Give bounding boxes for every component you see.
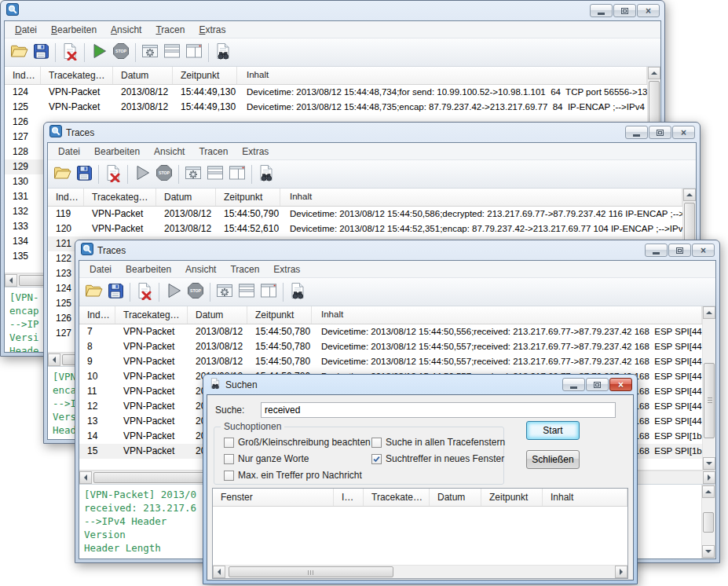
split-vertical-button[interactable] [183,42,205,64]
checkbox-max-ein-treffer-pro-nachricht[interactable]: Max. ein Treffer pro Nachricht [224,470,371,481]
maximize-button[interactable] [649,126,671,139]
open-trace-button[interactable] [82,281,104,303]
trace-row[interactable]: 119VPN-Packet2013/08/1215:44:50,790Devic… [48,207,682,222]
minimize-button[interactable] [625,126,648,139]
trace-settings-button[interactable] [182,163,204,185]
results-column-header-inhalt[interactable]: Inhalt [543,489,627,506]
scrollbar-thumb[interactable] [229,566,393,577]
close-button[interactable]: × [609,378,632,391]
close-button[interactable]: × [637,4,660,17]
minimize-button[interactable] [590,4,613,17]
results-column-header-zeitpunkt[interactable]: Zeitpunkt [481,489,543,506]
column-header-tracekategorie[interactable]: Tracekategorie [115,306,188,324]
save-trace-button[interactable] [104,281,126,303]
titlebar[interactable]: Suchen × [203,375,637,394]
search-trace-button[interactable] [287,281,309,303]
titlebar[interactable]: Traces × [75,240,719,260]
column-header-inhalt[interactable]: Inhalt [312,306,702,324]
checkbox-suchtreffer-in-neues-fenster[interactable]: Suchtreffer in neues Fenster [371,453,505,464]
results-column-header-tracekategorie[interactable]: Tracekategorie [364,489,430,506]
column-header-index[interactable]: Index [5,67,41,84]
column-header-tracekategorie[interactable]: Tracekategorie [41,67,113,84]
close-button[interactable]: × [692,244,715,257]
menu-item-datei[interactable]: Datei [82,262,119,277]
menu-item-ansicht[interactable]: Ansicht [147,145,192,159]
menu-item-ansicht[interactable]: Ansicht [104,23,148,37]
column-header-inhalt[interactable]: Inhalt [237,67,647,84]
close-dialog-button[interactable]: Schließen [526,450,580,469]
column-header-datum[interactable]: Datum [156,189,216,206]
trace-row[interactable]: 7VPN-Packet2013/08/1215:44:50,780Devicet… [79,324,702,339]
start-trace-button[interactable] [163,281,185,303]
trace-row[interactable]: 9VPN-Packet2013/08/1215:44:50,780Devicet… [79,354,702,369]
column-header-zeitpunkt[interactable]: Zeitpunkt [173,67,237,84]
search-trace-button[interactable] [212,42,234,64]
split-horizontal-button[interactable] [204,163,226,185]
scrollbar-thumb[interactable] [649,81,660,126]
column-header-inhalt[interactable]: Inhalt [280,189,682,206]
minimize-button[interactable] [562,378,585,391]
checkbox-nur-ganze-worte[interactable]: Nur ganze Worte [224,453,371,464]
menu-item-bearbeiten[interactable]: Bearbeiten [119,262,178,277]
open-trace-button[interactable] [51,163,73,185]
column-header-zeitpunkt[interactable]: Zeitpunkt [216,189,280,206]
column-header-datum[interactable]: Datum [113,67,173,84]
column-header-zeitpunkt[interactable]: Zeitpunkt [247,306,312,324]
checkbox-suche-in-allen-tracefenstern[interactable]: Suche in allen Tracefenstern [371,437,505,448]
trace-row[interactable]: 120VPN-Packet2013/08/1215:44:52,610Devic… [48,222,682,236]
column-header-index[interactable]: Index [48,189,84,206]
menu-item-bearbeiten[interactable]: Bearbeiten [87,145,147,159]
scrollbar-thumb[interactable] [703,512,714,533]
scrollbar-thumb[interactable] [704,363,715,438]
maximize-button[interactable] [613,4,636,17]
column-header-datum[interactable]: Datum [188,306,247,324]
split-horizontal-button[interactable] [161,42,183,64]
stop-trace-button[interactable]: STOP [153,163,175,185]
checkbox-groß-kleinschreibung-beachten[interactable]: Groß/Kleinschreibung beachten [224,437,371,448]
split-horizontal-button[interactable] [236,281,258,303]
start-trace-button[interactable] [88,42,110,64]
menu-item-bearbeiten[interactable]: Bearbeiten [44,23,104,37]
detail-vertical-scrollbar[interactable] [701,485,715,559]
titlebar[interactable]: Traces × [44,123,700,142]
save-trace-button[interactable] [30,42,52,64]
menu-item-ansicht[interactable]: Ansicht [178,262,223,277]
column-header-tracekategorie[interactable]: Tracekategorie [84,189,156,206]
trace-row[interactable]: 8VPN-Packet2013/08/1215:44:50,780Devicet… [79,339,702,354]
menu-item-tracen[interactable]: Tracen [148,23,192,37]
titlebar[interactable]: × [1,1,664,20]
menu-item-extras[interactable]: Extras [192,23,232,37]
stop-trace-button[interactable]: STOP [110,42,132,64]
close-button[interactable]: × [672,126,695,139]
menu-item-tracen[interactable]: Tracen [192,145,235,159]
results-horizontal-scrollbar[interactable] [213,565,627,578]
menu-item-extras[interactable]: Extras [235,145,276,159]
trace-settings-button[interactable] [139,42,161,64]
clear-trace-button[interactable] [134,281,155,303]
trace-row[interactable]: 125VPN-Packet2013/08/1215:44:49,130Devic… [5,100,647,115]
start-trace-button[interactable] [131,163,153,185]
column-header-index[interactable]: Index [79,306,115,324]
menu-item-datei[interactable]: Datei [8,23,44,37]
menu-item-tracen[interactable]: Tracen [223,262,266,277]
maximize-button[interactable] [586,378,609,391]
minimize-button[interactable] [645,244,668,257]
stop-trace-button[interactable]: STOP [185,281,207,303]
search-trace-button[interactable] [255,163,277,185]
trace-row[interactable]: 124VPN-Packet2013/08/1215:44:49,130Devic… [5,85,647,100]
open-trace-button[interactable] [8,42,30,64]
results-column-header-index[interactable]: Index [334,489,364,506]
maximize-button[interactable] [668,244,691,257]
start-button[interactable]: Start [526,421,580,440]
search-input[interactable] [261,402,616,418]
menu-item-extras[interactable]: Extras [266,262,307,277]
split-vertical-button[interactable] [258,281,280,303]
split-vertical-button[interactable] [226,163,248,185]
vertical-scrollbar[interactable] [702,306,715,470]
clear-trace-button[interactable] [59,42,81,64]
trace-settings-button[interactable] [214,281,236,303]
results-column-header-datum[interactable]: Datum [430,489,481,506]
clear-trace-button[interactable] [102,163,124,185]
save-trace-button[interactable] [73,163,95,185]
results-column-header-fenster[interactable]: Fenster [213,489,334,506]
